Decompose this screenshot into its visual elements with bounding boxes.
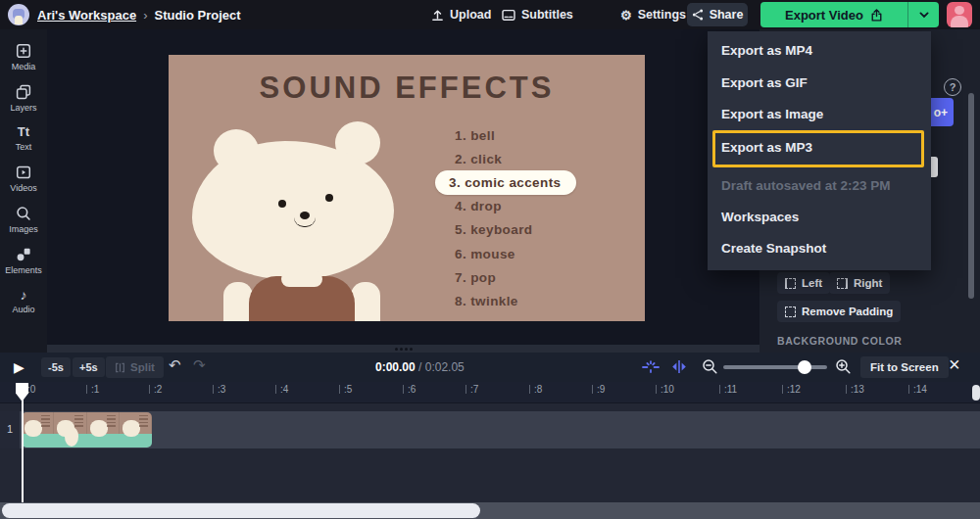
- zoom-in-button[interactable]: [835, 358, 852, 375]
- sidebar-item-layers[interactable]: Layers: [0, 84, 47, 113]
- padding-right-icon: [837, 278, 848, 289]
- editor-canvas-area: SOUND EFFECTS 1. bell 2: [47, 29, 760, 353]
- list-item-highlighted: 3. comic accents: [435, 170, 576, 194]
- video-preview-canvas[interactable]: SOUND EFFECTS 1. bell 2: [169, 55, 645, 321]
- menu-item-export-mp4[interactable]: Export as MP4: [708, 37, 931, 63]
- sidebar-item-elements[interactable]: Elements: [0, 247, 47, 275]
- padding-right-button[interactable]: Right: [829, 272, 890, 294]
- project-title: Studio Project: [154, 8, 240, 23]
- ruler-tick-label: :13: [851, 384, 864, 395]
- sidebar-item-label: Videos: [10, 183, 36, 193]
- sidebar-item-images[interactable]: Images: [0, 206, 47, 234]
- bear-head: [192, 141, 394, 280]
- close-timeline-button[interactable]: ×: [949, 354, 960, 376]
- forward-5s-button[interactable]: +5s: [73, 357, 105, 377]
- undo-button[interactable]: ↶: [169, 356, 181, 374]
- bear-eye: [278, 200, 286, 208]
- menu-item-workspaces[interactable]: Workspaces: [708, 204, 931, 229]
- zoom-slider-knob[interactable]: [798, 360, 811, 374]
- split-preview-toggle-button[interactable]: [670, 359, 688, 374]
- bear-shirt: [249, 276, 355, 321]
- list-item: 1. bell: [441, 123, 576, 147]
- canvas-timeline-resize-handle[interactable]: [47, 345, 760, 353]
- sidebar-item-videos[interactable]: Videos: [0, 165, 47, 193]
- share-label: Share: [710, 8, 744, 22]
- timeline-ruler[interactable]: :0 :1 :2 :3 :4 :5 :6 :7 :8 :9 :10 :11 :1…: [0, 382, 980, 403]
- menu-item-export-image[interactable]: Export as Image: [708, 101, 931, 126]
- settings-button[interactable]: ⚙ Settings: [620, 8, 686, 23]
- sidebar-item-media[interactable]: Media: [0, 43, 47, 71]
- sidebar-item-label: Images: [9, 224, 38, 234]
- remove-padding-button[interactable]: Remove Padding: [777, 301, 901, 322]
- split-button[interactable]: Split: [106, 356, 164, 378]
- ruler-scrollbar-fragment[interactable]: [972, 385, 980, 401]
- audio-icon: ♪: [21, 288, 27, 302]
- bear-eye: [325, 194, 333, 202]
- bear-arm: [351, 282, 380, 321]
- list-item: 7. pop: [441, 265, 576, 289]
- export-options-caret-button[interactable]: [907, 2, 939, 27]
- workspace-avatar[interactable]: [8, 4, 29, 25]
- export-video-button[interactable]: Export Video: [760, 2, 907, 27]
- fit-to-screen-button[interactable]: Fit to Screen: [860, 356, 949, 378]
- ruler-tick-label: :2: [154, 384, 162, 395]
- sidebar-item-label: Media: [12, 62, 36, 71]
- export-icon: [870, 9, 883, 22]
- timeline-scrollbar-thumb[interactable]: [2, 503, 480, 518]
- settings-gear-icon: ⚙: [620, 8, 632, 23]
- current-time: 0:00.00: [375, 360, 416, 374]
- kapwing-studio-app: Ari's Workspace › Studio Project Upload …: [0, 0, 980, 519]
- video-clip[interactable]: [22, 412, 152, 448]
- subtitles-button[interactable]: Subtitles: [502, 8, 573, 22]
- upload-icon: [431, 9, 444, 22]
- upload-button[interactable]: Upload: [431, 8, 491, 22]
- zoom-in-icon: [835, 358, 852, 375]
- export-video-button-group: Export Video: [760, 2, 939, 27]
- padding-left-button[interactable]: Left: [777, 272, 830, 294]
- redo-button[interactable]: ↷: [193, 356, 206, 374]
- clip-bear-figure: [65, 427, 78, 447]
- clip-thumbnails: [22, 412, 152, 434]
- workspace-link[interactable]: Ari's Workspace: [37, 8, 136, 23]
- user-avatar[interactable]: [947, 2, 972, 27]
- sidebar-item-text[interactable]: Tt Text: [0, 125, 47, 152]
- padding-left-label: Left: [802, 277, 822, 289]
- snap-toggle-button[interactable]: [642, 359, 660, 374]
- sound-effects-list: 1. bell 2. click 3. comic accents 4. dro…: [441, 123, 576, 313]
- bear-collar: [281, 271, 322, 287]
- media-icon: [16, 43, 31, 59]
- ruler-tick-label: :4: [280, 384, 288, 395]
- remove-padding-label: Remove Padding: [802, 306, 893, 317]
- left-toolbar: Media Layers Tt Text Videos Images Eleme…: [0, 29, 47, 353]
- sidebar-item-label: Layers: [10, 103, 36, 113]
- timeline-zoom-slider[interactable]: [723, 365, 827, 369]
- sidebar-item-audio[interactable]: ♪ Audio: [0, 288, 47, 314]
- menu-item-create-snapshot[interactable]: Create Snapshot: [708, 235, 931, 260]
- split-label: Split: [130, 361, 155, 373]
- elements-icon: [16, 247, 31, 262]
- ruler-tick-label: :3: [218, 384, 225, 395]
- video-title-text: SOUND EFFECTS: [169, 71, 645, 106]
- menu-item-export-gif[interactable]: Export as GIF: [708, 70, 931, 95]
- play-button[interactable]: ▶: [14, 359, 24, 375]
- help-button[interactable]: ?: [944, 78, 961, 96]
- ruler-tick-label: :5: [344, 384, 352, 395]
- panel-scrollbar[interactable]: [968, 93, 974, 299]
- list-item: 4. drop: [441, 195, 576, 218]
- export-video-label: Export Video: [785, 8, 863, 23]
- playhead-line[interactable]: [22, 400, 24, 502]
- upload-label: Upload: [450, 8, 491, 22]
- playhead-marker[interactable]: [16, 383, 28, 401]
- rewind-5s-button[interactable]: -5s: [41, 357, 71, 377]
- ruler-tick-label: :12: [787, 384, 801, 395]
- list-item: 5. keyboard: [441, 218, 576, 242]
- split-icon: [115, 362, 125, 373]
- chevron-down-icon: [919, 12, 929, 19]
- menu-item-export-mp3[interactable]: Export as MP3: [708, 134, 931, 160]
- zoom-out-button[interactable]: [702, 358, 718, 375]
- share-button[interactable]: Share: [687, 3, 748, 26]
- ruler-tick-label: :0: [27, 384, 35, 395]
- track-number-label: 1: [7, 423, 13, 435]
- bear-illustration: [192, 121, 417, 321]
- list-item: 6. mouse: [441, 242, 576, 265]
